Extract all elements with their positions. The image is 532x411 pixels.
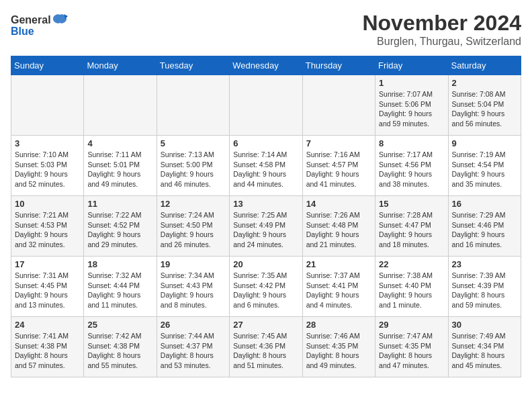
cell-info: Sunrise: 7:49 AM Sunset: 4:34 PM Dayligh…: [452, 331, 517, 371]
cell-info: Sunrise: 7:21 AM Sunset: 4:53 PM Dayligh…: [15, 210, 80, 250]
cell-info: Sunrise: 7:10 AM Sunset: 5:03 PM Dayligh…: [15, 150, 80, 189]
day-number: 10: [15, 199, 80, 209]
header-wednesday: Wednesday: [230, 56, 302, 75]
cell-info: Sunrise: 7:31 AM Sunset: 4:45 PM Dayligh…: [15, 271, 80, 310]
logo-container: General Blue: [11, 13, 68, 38]
day-number: 15: [379, 199, 444, 209]
table-row: 8Sunrise: 7:17 AM Sunset: 4:56 PM Daylig…: [375, 136, 448, 196]
day-number: 16: [452, 199, 517, 209]
day-number: 28: [306, 320, 371, 330]
table-row: 1Sunrise: 7:07 AM Sunset: 5:06 PM Daylig…: [375, 75, 448, 136]
calendar-week-row: 10Sunrise: 7:21 AM Sunset: 4:53 PM Dayli…: [11, 196, 521, 257]
cell-info: Sunrise: 7:37 AM Sunset: 4:41 PM Dayligh…: [306, 271, 371, 310]
day-number: 6: [233, 138, 298, 148]
day-number: 22: [379, 259, 444, 269]
cell-info: Sunrise: 7:47 AM Sunset: 4:35 PM Dayligh…: [379, 331, 444, 371]
day-number: 21: [306, 259, 371, 269]
day-number: 14: [306, 199, 371, 209]
day-number: 13: [233, 199, 298, 209]
day-number: 30: [452, 320, 517, 330]
day-number: 3: [15, 138, 80, 148]
page-header: General Blue November 2024 Burglen, Thur…: [11, 11, 521, 48]
day-number: 29: [379, 320, 444, 330]
cell-info: Sunrise: 7:11 AM Sunset: 5:01 PM Dayligh…: [87, 150, 152, 189]
table-row: 22Sunrise: 7:38 AM Sunset: 4:40 PM Dayli…: [375, 257, 448, 317]
day-number: 20: [233, 259, 298, 269]
month-title: November 2024: [362, 11, 521, 36]
table-row: 5Sunrise: 7:13 AM Sunset: 5:00 PM Daylig…: [157, 136, 229, 196]
logo-text-block: General Blue: [11, 13, 68, 38]
cell-info: Sunrise: 7:14 AM Sunset: 4:58 PM Dayligh…: [233, 150, 298, 189]
title-area: November 2024 Burglen, Thurgau, Switzerl…: [362, 11, 521, 48]
table-row: 13Sunrise: 7:25 AM Sunset: 4:49 PM Dayli…: [230, 196, 302, 257]
header-sunday: Sunday: [11, 56, 84, 75]
table-row: 26Sunrise: 7:44 AM Sunset: 4:37 PM Dayli…: [157, 317, 229, 377]
logo: General Blue: [11, 13, 68, 38]
day-number: 19: [161, 259, 226, 269]
table-row: 12Sunrise: 7:24 AM Sunset: 4:50 PM Dayli…: [157, 196, 229, 257]
calendar-week-row: 1Sunrise: 7:07 AM Sunset: 5:06 PM Daylig…: [11, 75, 521, 136]
day-number: 9: [452, 138, 517, 148]
table-row: [84, 75, 157, 136]
logo-blue-text: Blue: [11, 26, 34, 38]
calendar-header-row: Sunday Monday Tuesday Wednesday Thursday…: [11, 56, 521, 75]
table-row: 9Sunrise: 7:19 AM Sunset: 4:54 PM Daylig…: [448, 136, 521, 196]
table-row: 15Sunrise: 7:28 AM Sunset: 4:47 PM Dayli…: [375, 196, 448, 257]
cell-info: Sunrise: 7:32 AM Sunset: 4:44 PM Dayligh…: [87, 271, 152, 310]
table-row: 10Sunrise: 7:21 AM Sunset: 4:53 PM Dayli…: [11, 196, 84, 257]
table-row: 23Sunrise: 7:39 AM Sunset: 4:39 PM Dayli…: [448, 257, 521, 317]
day-number: 24: [15, 320, 80, 330]
cell-info: Sunrise: 7:07 AM Sunset: 5:06 PM Dayligh…: [379, 89, 444, 129]
header-tuesday: Tuesday: [157, 56, 229, 75]
table-row: 3Sunrise: 7:10 AM Sunset: 5:03 PM Daylig…: [11, 136, 84, 196]
table-row: 25Sunrise: 7:42 AM Sunset: 4:38 PM Dayli…: [84, 317, 157, 377]
table-row: 24Sunrise: 7:41 AM Sunset: 4:38 PM Dayli…: [11, 317, 84, 377]
cell-info: Sunrise: 7:46 AM Sunset: 4:35 PM Dayligh…: [306, 331, 371, 371]
day-number: 12: [161, 199, 226, 209]
logo-bird-icon: [52, 13, 68, 27]
calendar-week-row: 17Sunrise: 7:31 AM Sunset: 4:45 PM Dayli…: [11, 257, 521, 317]
day-number: 26: [161, 320, 226, 330]
day-number: 8: [379, 138, 444, 148]
table-row: 28Sunrise: 7:46 AM Sunset: 4:35 PM Dayli…: [302, 317, 375, 377]
table-row: 11Sunrise: 7:22 AM Sunset: 4:52 PM Dayli…: [84, 196, 157, 257]
cell-info: Sunrise: 7:28 AM Sunset: 4:47 PM Dayligh…: [379, 210, 444, 250]
header-saturday: Saturday: [448, 56, 521, 75]
table-row: 18Sunrise: 7:32 AM Sunset: 4:44 PM Dayli…: [84, 257, 157, 317]
table-row: [11, 75, 84, 136]
table-row: 17Sunrise: 7:31 AM Sunset: 4:45 PM Dayli…: [11, 257, 84, 317]
cell-info: Sunrise: 7:29 AM Sunset: 4:46 PM Dayligh…: [452, 210, 517, 250]
cell-info: Sunrise: 7:26 AM Sunset: 4:48 PM Dayligh…: [306, 210, 371, 250]
table-row: 7Sunrise: 7:16 AM Sunset: 4:57 PM Daylig…: [302, 136, 375, 196]
day-number: 27: [233, 320, 298, 330]
cell-info: Sunrise: 7:13 AM Sunset: 5:00 PM Dayligh…: [161, 150, 226, 189]
table-row: 30Sunrise: 7:49 AM Sunset: 4:34 PM Dayli…: [448, 317, 521, 377]
header-thursday: Thursday: [302, 56, 375, 75]
cell-info: Sunrise: 7:35 AM Sunset: 4:42 PM Dayligh…: [233, 271, 298, 310]
day-number: 5: [161, 138, 226, 148]
calendar-week-row: 3Sunrise: 7:10 AM Sunset: 5:03 PM Daylig…: [11, 136, 521, 196]
table-row: 2Sunrise: 7:08 AM Sunset: 5:04 PM Daylig…: [448, 75, 521, 136]
day-number: 2: [452, 78, 517, 88]
table-row: 6Sunrise: 7:14 AM Sunset: 4:58 PM Daylig…: [230, 136, 302, 196]
table-row: 20Sunrise: 7:35 AM Sunset: 4:42 PM Dayli…: [230, 257, 302, 317]
logo-general-text: General: [11, 14, 51, 26]
table-row: 14Sunrise: 7:26 AM Sunset: 4:48 PM Dayli…: [302, 196, 375, 257]
table-row: [302, 75, 375, 136]
location-title: Burglen, Thurgau, Switzerland: [362, 36, 521, 48]
table-row: 19Sunrise: 7:34 AM Sunset: 4:43 PM Dayli…: [157, 257, 229, 317]
calendar-table: Sunday Monday Tuesday Wednesday Thursday…: [11, 56, 521, 377]
cell-info: Sunrise: 7:34 AM Sunset: 4:43 PM Dayligh…: [161, 271, 226, 310]
cell-info: Sunrise: 7:08 AM Sunset: 5:04 PM Dayligh…: [452, 89, 517, 129]
cell-info: Sunrise: 7:19 AM Sunset: 4:54 PM Dayligh…: [452, 150, 517, 189]
day-number: 17: [15, 259, 80, 269]
cell-info: Sunrise: 7:41 AM Sunset: 4:38 PM Dayligh…: [15, 331, 80, 371]
calendar-week-row: 24Sunrise: 7:41 AM Sunset: 4:38 PM Dayli…: [11, 317, 521, 377]
cell-info: Sunrise: 7:45 AM Sunset: 4:36 PM Dayligh…: [233, 331, 298, 371]
table-row: [230, 75, 302, 136]
table-row: 4Sunrise: 7:11 AM Sunset: 5:01 PM Daylig…: [84, 136, 157, 196]
header-monday: Monday: [84, 56, 157, 75]
cell-info: Sunrise: 7:24 AM Sunset: 4:50 PM Dayligh…: [161, 210, 226, 250]
table-row: 27Sunrise: 7:45 AM Sunset: 4:36 PM Dayli…: [230, 317, 302, 377]
day-number: 4: [87, 138, 152, 148]
